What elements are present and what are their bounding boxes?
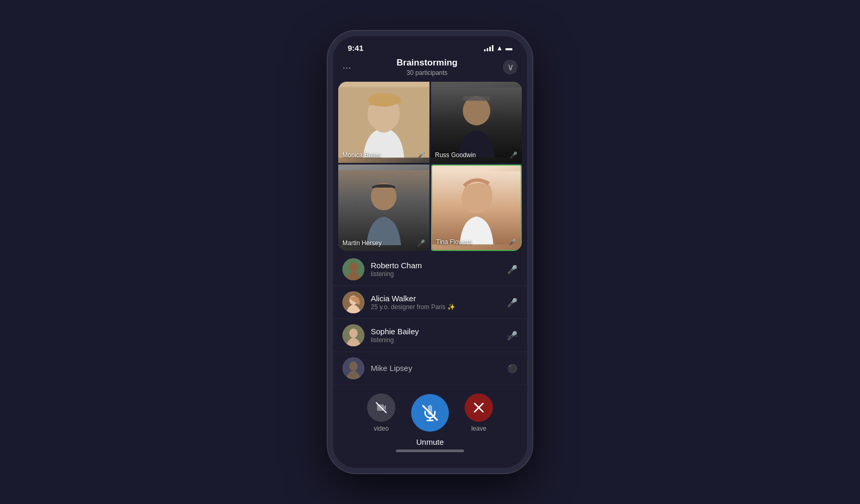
video-mic-martin: 🎤 — [417, 239, 425, 247]
participant-name-roberto: Roberto Cham — [371, 261, 507, 270]
participant-mic-roberto: 🎤 — [507, 265, 518, 275]
participant-count: 30 participants — [351, 69, 503, 76]
participant-item-alicia[interactable]: Alicia Walker 25 y.o. designer from Pari… — [333, 286, 527, 319]
call-header: ··· Brainstorming 30 participants ∨ — [333, 56, 527, 82]
video-mic-monica: 🎤 — [417, 151, 425, 159]
svg-point-16 — [349, 262, 358, 272]
leave-label: leave — [471, 425, 487, 432]
svg-point-3 — [368, 93, 400, 107]
participant-name-sophie: Sophie Bailey — [371, 327, 507, 336]
status-icons: ▲ ▬ — [484, 44, 512, 52]
avatar-svg-sophie — [342, 324, 364, 346]
avatar-roberto — [342, 258, 364, 280]
microphone-off-icon — [422, 404, 438, 421]
avatar-mike — [342, 357, 364, 379]
avatar-svg-alicia — [342, 291, 364, 313]
phone-frame: 9:41 ▲ ▬ ··· Brainstorming 30 participan… — [328, 31, 532, 473]
participant-name-mike: Mike Lipsey — [371, 364, 507, 372]
home-indicator — [396, 450, 464, 452]
status-bar: 9:41 ▲ ▬ — [333, 36, 527, 56]
person-svg-monica — [338, 82, 429, 163]
video-btn-circle[interactable] — [367, 393, 395, 422]
participant-status-sophie: listening — [371, 336, 507, 344]
svg-point-22 — [349, 361, 358, 371]
controls-row: video — [343, 393, 517, 432]
phone-screen: 9:41 ▲ ▬ ··· Brainstorming 30 participan… — [333, 36, 527, 468]
video-cell-monica[interactable]: Monica Bates 🎤 — [338, 82, 429, 163]
wifi-icon: ▲ — [496, 44, 503, 52]
participant-list: Roberto Cham listening 🎤 Alicia Walker — [333, 253, 527, 388]
participant-mic-sophie-muted: 🎤 — [507, 331, 518, 341]
video-mic-russ: 🎤 — [510, 151, 518, 159]
video-label-tina: Tina Flowers — [436, 238, 472, 246]
participant-mic-alicia: 🎤 — [507, 298, 518, 308]
mute-button[interactable] — [411, 394, 449, 432]
person-svg-russ — [431, 82, 522, 163]
call-title: Brainstorming — [351, 58, 503, 68]
avatar-alicia — [342, 291, 364, 313]
participant-status-alicia: 25 y.o. designer from Paris ✨ — [371, 303, 507, 311]
video-bg-russ — [431, 82, 522, 163]
participant-mic-mike: ⚫ — [507, 364, 518, 374]
leave-btn-circle[interactable] — [465, 393, 493, 422]
call-title-wrap: Brainstorming 30 participants — [351, 58, 503, 76]
video-cell-martin[interactable]: Martin Hersey 🎤 — [338, 165, 429, 251]
participant-info-sophie: Sophie Bailey listening — [371, 327, 507, 344]
video-label-martin: Martin Hersey — [342, 239, 382, 247]
person-svg-tina — [432, 166, 521, 250]
participant-info-roberto: Roberto Cham listening — [371, 261, 507, 278]
bottom-controls: video — [333, 388, 527, 468]
more-options-button[interactable]: ··· — [342, 61, 351, 73]
svg-point-20 — [349, 328, 358, 338]
collapse-button[interactable]: ∨ — [503, 60, 518, 74]
chevron-down-icon: ∨ — [507, 61, 514, 73]
svg-rect-8 — [463, 96, 490, 101]
video-mic-tina: 🎤 — [509, 238, 517, 246]
participant-status-roberto: listening — [371, 270, 507, 278]
close-icon — [472, 401, 485, 414]
status-time: 9:41 — [348, 43, 363, 52]
video-bg-monica — [338, 82, 429, 163]
video-cell-russ[interactable]: Russ Goodwin 🎤 — [431, 82, 522, 163]
video-bg-tina — [432, 166, 521, 250]
participant-name-alicia: Alicia Walker — [371, 294, 507, 303]
person-svg-martin — [338, 165, 429, 251]
avatar-sophie — [342, 324, 364, 346]
leave-button[interactable]: leave — [465, 393, 493, 432]
mute-btn-circle[interactable] — [411, 394, 449, 432]
unmute-label: Unmute — [343, 437, 517, 446]
participant-item-roberto[interactable]: Roberto Cham listening 🎤 — [333, 253, 527, 286]
video-label-russ: Russ Goodwin — [435, 151, 476, 159]
battery-icon: ▬ — [506, 44, 512, 52]
video-button[interactable]: video — [367, 393, 395, 432]
video-grid: Monica Bates 🎤 — [338, 82, 522, 251]
signal-icon — [484, 45, 493, 51]
video-label: video — [374, 425, 389, 432]
video-cell-tina[interactable]: Tina Flowers 🎤 — [431, 165, 522, 251]
avatar-svg-mike — [342, 357, 364, 379]
video-bg-martin — [338, 165, 429, 251]
participant-info-mike: Mike Lipsey — [371, 364, 507, 373]
video-off-icon — [375, 401, 388, 414]
avatar-svg-roberto — [342, 258, 364, 280]
participant-item-sophie[interactable]: Sophie Bailey listening 🎤 — [333, 319, 527, 352]
participant-item-mike[interactable]: Mike Lipsey ⚫ — [333, 352, 527, 385]
video-label-monica: Monica Bates — [342, 151, 381, 159]
participant-info-alicia: Alicia Walker 25 y.o. designer from Pari… — [371, 294, 507, 311]
